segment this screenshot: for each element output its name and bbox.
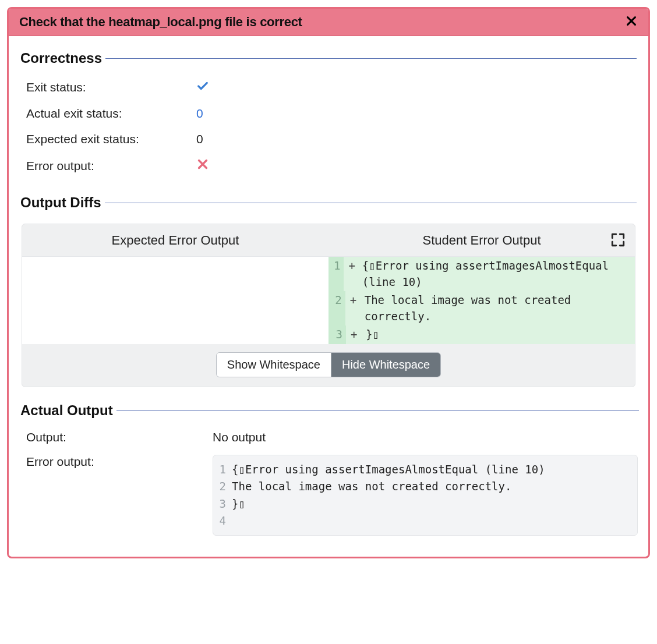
code-line-text: [232, 512, 630, 529]
diff-line-text: {▯Error using assertImagesAlmostEqual (l…: [358, 257, 635, 291]
label-actual-exit: Actual exit status:: [26, 107, 196, 121]
label-expected-exit: Expected exit status:: [26, 132, 196, 146]
card-header: Check that the heatmap_local.png file is…: [9, 9, 648, 36]
row-expected-exit: Expected exit status: 0: [22, 126, 635, 152]
diff-body: 1+{▯Error using assertImagesAlmostEqual …: [22, 257, 635, 344]
code-line-number: 4: [219, 512, 232, 529]
diff-line-number: 3: [328, 325, 346, 344]
test-result-card: Check that the heatmap_local.png file is…: [7, 7, 650, 558]
code-line-text: The local image was not created correctl…: [232, 478, 630, 495]
diff-header-expected: Expected Error Output: [22, 233, 328, 248]
diff-line-number: 1: [328, 257, 344, 291]
card-title: Check that the heatmap_local.png file is…: [19, 15, 302, 30]
expand-icon[interactable]: [610, 232, 626, 247]
diff-footer: Show Whitespace Hide Whitespace: [22, 344, 635, 387]
diff-line-mark: +: [345, 291, 360, 325]
code-line-text: {▯Error using assertImagesAlmostEqual (l…: [232, 461, 630, 478]
code-line-number: 1: [219, 461, 232, 478]
diff-line: 3+}▯: [328, 325, 635, 344]
code-line: 4: [219, 512, 630, 529]
diff-line-mark: +: [346, 325, 361, 344]
section-legend-correctness: Correctness: [20, 50, 105, 66]
section-legend-diffs: Output Diffs: [20, 194, 105, 211]
label-error-output: Error output:: [26, 159, 196, 173]
card-body: Correctness Exit status: Actual exit sta…: [9, 36, 648, 557]
row-actual-error-output: Error output: 1{▯Error using assertImage…: [22, 450, 638, 542]
label-actual-error: Error output:: [26, 455, 213, 469]
value-output: No output: [213, 430, 638, 444]
row-error-output: Error output:: [22, 152, 635, 179]
code-line-number: 2: [219, 478, 232, 495]
hide-whitespace-button[interactable]: Hide Whitespace: [331, 353, 440, 377]
value-error-output: [196, 158, 209, 174]
whitespace-toggle: Show Whitespace Hide Whitespace: [216, 352, 441, 377]
section-actual-output: Actual Output Output: No output Error ou…: [20, 402, 639, 542]
x-icon: [196, 158, 209, 171]
diff-panel: Expected Error Output Student Error Outp…: [22, 224, 635, 387]
section-legend-actual: Actual Output: [20, 402, 116, 419]
value-actual-error: 1{▯Error using assertImagesAlmostEqual (…: [213, 455, 638, 536]
section-correctness: Correctness Exit status: Actual exit sta…: [20, 50, 637, 179]
diff-header-student: Student Error Output: [328, 233, 635, 248]
show-whitespace-button[interactable]: Show Whitespace: [217, 353, 331, 377]
check-icon: [196, 79, 209, 92]
error-codeblock: 1{▯Error using assertImagesAlmostEqual (…: [213, 455, 638, 536]
code-line: 1{▯Error using assertImagesAlmostEqual (…: [219, 461, 630, 478]
diff-left-pane: [22, 257, 328, 344]
code-line: 3}▯: [219, 496, 630, 512]
diff-line-number: 2: [328, 291, 345, 325]
value-expected-exit: 0: [196, 132, 203, 146]
value-actual-exit[interactable]: 0: [196, 107, 203, 121]
diff-line-mark: +: [344, 257, 357, 291]
code-line-text: }▯: [232, 496, 630, 512]
diff-line-text: The local image was not created correctl…: [360, 291, 635, 325]
diff-header-row: Expected Error Output Student Error Outp…: [22, 224, 635, 257]
row-exit-status: Exit status:: [22, 73, 635, 101]
diff-line: 1+{▯Error using assertImagesAlmostEqual …: [328, 257, 635, 291]
code-line: 2The local image was not created correct…: [219, 478, 630, 495]
close-icon[interactable]: [625, 15, 638, 30]
row-actual-exit: Actual exit status: 0: [22, 101, 635, 126]
section-output-diffs: Output Diffs Expected Error Output Stude…: [20, 194, 637, 387]
diff-line-text: }▯: [361, 325, 635, 344]
label-output: Output:: [26, 430, 213, 444]
code-line-number: 3: [219, 496, 232, 512]
value-exit-status: [196, 79, 209, 95]
label-exit-status: Exit status:: [26, 80, 196, 94]
diff-right-pane: 1+{▯Error using assertImagesAlmostEqual …: [328, 257, 635, 344]
row-output: Output: No output: [22, 426, 638, 450]
diff-line: 2+The local image was not created correc…: [328, 291, 635, 325]
